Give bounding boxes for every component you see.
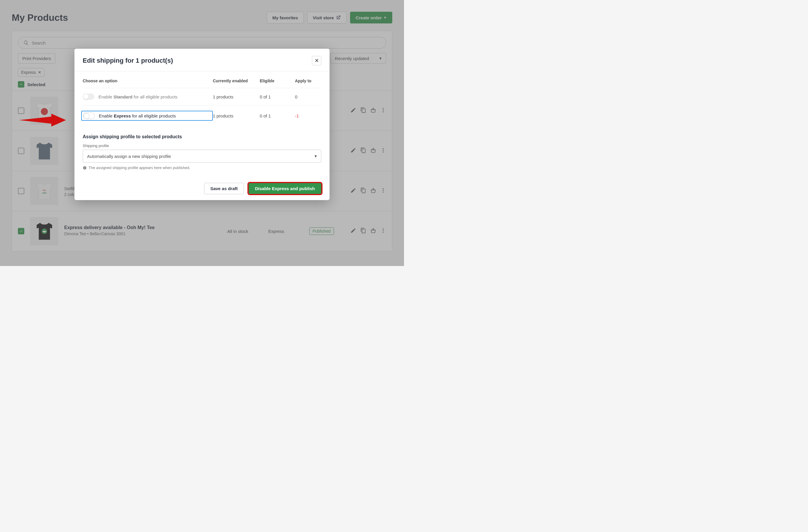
express-eligible-value: 0 of 1 [260,113,295,118]
option-row-express: Enable Express for all eligible products… [83,106,321,126]
col-option-label: Choose an option [83,78,213,83]
col-apply-label: Apply to [295,78,321,83]
standard-option-label: Enable Standard for all eligible product… [98,94,177,99]
col-enabled-label: Currently enabled [213,78,260,83]
option-row-standard: Enable Standard for all eligible product… [83,88,321,106]
caret-down-icon: ▾ [315,153,317,159]
toggle-standard[interactable] [83,93,94,100]
profile-label: Shipping profile [83,144,321,148]
shipping-profile-select[interactable]: Automatically assign a new shipping prof… [83,150,321,163]
express-option-label: Enable Express for all eligible products [99,113,176,118]
shipping-modal: Edit shipping for 1 product(s) ✕ Choose … [74,49,330,200]
express-apply-value: -1 [295,113,321,118]
svg-rect-20 [85,167,85,167]
disable-express-publish-button[interactable]: Disable Express and publish [249,183,321,194]
assign-heading: Assign shipping profile to selected prod… [83,134,321,139]
standard-apply-value: 0 [295,94,321,99]
info-icon [83,166,87,170]
standard-enabled-value: 1 products [213,94,260,99]
modal-title: Edit shipping for 1 product(s) [83,57,173,64]
toggle-express[interactable] [83,113,95,119]
profile-value: Automatically assign a new shipping prof… [87,154,171,159]
close-icon: ✕ [315,57,319,64]
standard-eligible-value: 0 of 1 [260,94,295,99]
svg-rect-19 [85,167,85,168]
express-enabled-value: 1 products [213,113,260,118]
profile-hint: The assigned shipping profile appears he… [83,166,321,170]
col-eligible-label: Eligible [260,78,295,83]
close-button[interactable]: ✕ [312,56,321,65]
save-draft-button[interactable]: Save as draft [204,183,244,194]
